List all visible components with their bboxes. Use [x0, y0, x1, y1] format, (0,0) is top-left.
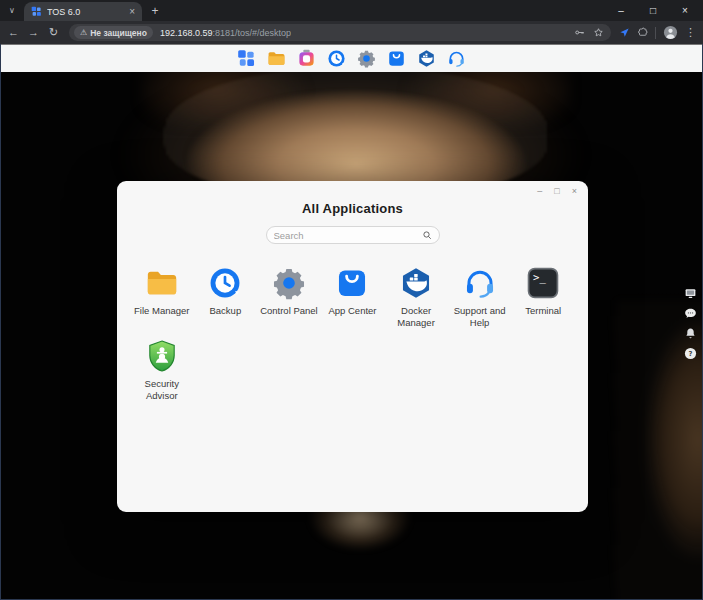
desktop-side-icons: ? [684, 287, 697, 360]
app-docker-manager[interactable]: Docker Manager [384, 266, 448, 330]
forward-button[interactable]: → [26, 21, 41, 44]
tab-close-icon[interactable]: × [129, 7, 135, 17]
window-maximize-button[interactable]: □ [637, 0, 669, 21]
browser-window-controls: – □ × [605, 0, 701, 21]
docker-whale-icon [399, 266, 433, 300]
browser-window: ∨ TOS 6.0 × + – □ × ← → ↻ ⚠ Не защищено … [0, 0, 703, 600]
address-bar-icons [574, 27, 604, 38]
feedback-chat-icon[interactable] [684, 307, 697, 320]
terminal-icon: >_ [526, 266, 560, 300]
app-label: Docker Manager [385, 305, 447, 330]
docker-whale-icon[interactable] [417, 49, 436, 68]
modal-maximize-button[interactable]: □ [554, 187, 559, 196]
password-key-icon[interactable] [574, 27, 585, 38]
folder-icon[interactable] [267, 49, 286, 68]
modal-window-controls: – □ × [537, 187, 577, 196]
wallpaper-fur-head [164, 67, 548, 199]
security-shield-icon [145, 339, 179, 373]
app-terminal[interactable]: >_Terminal [511, 266, 575, 330]
svg-text:>_: >_ [533, 271, 546, 284]
backup-clock-icon [208, 266, 242, 300]
app-store-bag-icon[interactable] [387, 49, 406, 68]
svg-text:?: ? [689, 350, 693, 358]
browser-tab-tos[interactable]: TOS 6.0 × [24, 2, 142, 21]
toolbar-right: ⋮ [619, 25, 697, 40]
modal-close-button[interactable]: × [572, 187, 577, 196]
app-security-advisor[interactable]: Security Advisor [130, 339, 194, 403]
app-control-panel[interactable]: Control Panel [257, 266, 321, 330]
url-text: 192.168.0.59:8181/tos/#/desktop [160, 28, 291, 38]
folder-icon [145, 266, 179, 300]
address-bar[interactable]: ⚠ Не защищено 192.168.0.59:8181/tos/#/de… [69, 24, 611, 41]
app-search[interactable] [266, 226, 440, 244]
toolbar-separator [655, 27, 656, 39]
app-file-manager[interactable]: File Manager [130, 266, 194, 330]
gear-icon [272, 266, 306, 300]
notification-bell-icon[interactable] [684, 327, 697, 340]
search-icon [422, 230, 432, 240]
gear-icon[interactable] [357, 49, 376, 68]
tos-logo-favicon-icon [31, 6, 42, 17]
headset-icon[interactable] [447, 49, 466, 68]
app-label: Control Panel [260, 305, 318, 317]
app-label: App Center [328, 305, 376, 317]
modal-title: All Applications [117, 181, 588, 216]
modal-minimize-button[interactable]: – [537, 187, 542, 196]
help-circle-icon[interactable]: ? [684, 347, 697, 360]
app-app-center[interactable]: App Center [321, 266, 385, 330]
tab-title: TOS 6.0 [47, 7, 124, 17]
app-backup[interactable]: Backup [194, 266, 258, 330]
app-label: Backup [210, 305, 242, 317]
app-search-input[interactable] [274, 230, 418, 241]
tos-taskbar [1, 45, 702, 72]
wallpaper-fur-chin [293, 503, 427, 581]
app-label: Support and Help [449, 305, 511, 330]
url-host: 192.168.0.59 [160, 28, 213, 38]
app-grid: File ManagerBackupControl PanelApp Cente… [130, 266, 575, 402]
tab-search-chevron-icon[interactable]: ∨ [0, 0, 24, 21]
tos-desktop: ? – □ × All Applications File ManagerBac… [1, 44, 702, 599]
back-button[interactable]: ← [6, 21, 21, 44]
headset-icon [463, 266, 497, 300]
remote-monitor-icon[interactable] [684, 287, 697, 300]
app-label: File Manager [134, 305, 189, 317]
security-chip[interactable]: ⚠ Не защищено [74, 26, 153, 39]
photos-icon[interactable] [297, 49, 316, 68]
warning-icon: ⚠ [80, 29, 87, 37]
app-store-bag-icon [335, 266, 369, 300]
app-label: Terminal [525, 305, 561, 317]
app-support-and-help[interactable]: Support and Help [448, 266, 512, 330]
browser-toolbar: ← → ↻ ⚠ Не защищено 192.168.0.59:8181/to… [0, 21, 703, 44]
window-close-button[interactable]: × [669, 0, 701, 21]
extensions-puzzle-icon[interactable] [637, 27, 648, 38]
window-minimize-button[interactable]: – [605, 0, 637, 21]
blue-extension-icon[interactable] [619, 27, 630, 38]
new-tab-button[interactable]: + [142, 0, 168, 21]
all-applications-modal: – □ × All Applications File ManagerBacku… [117, 181, 588, 512]
app-label: Security Advisor [131, 378, 193, 403]
profile-avatar[interactable] [663, 25, 678, 40]
browser-tabstrip: ∨ TOS 6.0 × + – □ × [0, 0, 703, 21]
browser-menu-icon[interactable]: ⋮ [685, 26, 694, 39]
security-label: Не защищено [90, 28, 147, 38]
url-path: :8181/tos/#/desktop [212, 28, 291, 38]
bookmark-star-icon[interactable] [593, 27, 604, 38]
tos-logo-icon[interactable] [237, 49, 256, 68]
backup-clock-icon[interactable] [327, 49, 346, 68]
reload-button[interactable]: ↻ [46, 21, 61, 44]
